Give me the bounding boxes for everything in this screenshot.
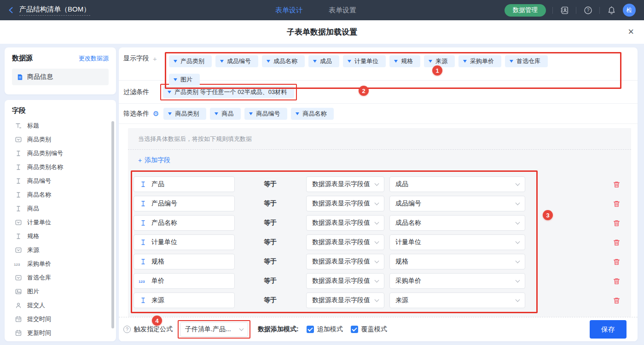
sidebar-field-label: 计量单位 bbox=[27, 218, 51, 227]
filter-label: 过滤条件 bbox=[123, 88, 149, 96]
source-field-value: 成品名称 bbox=[395, 219, 516, 227]
delete-rule-button[interactable] bbox=[613, 258, 621, 266]
chevron-down-icon bbox=[516, 278, 520, 282]
source-type-select[interactable]: 数据源表显示字段值 bbox=[306, 273, 384, 289]
chip-label: 产品类别 bbox=[180, 57, 204, 65]
target-field-input[interactable]: 来源 bbox=[133, 292, 235, 308]
mode-checkbox-group: 追加模式覆盖模式 bbox=[299, 325, 387, 333]
target-field-input[interactable]: 产品编号 bbox=[133, 196, 235, 211]
annotation-badge-2: 2 bbox=[359, 86, 369, 96]
caret-down-icon bbox=[168, 91, 171, 94]
formula-select[interactable]: 子件清单.产品... bbox=[180, 322, 248, 337]
sidebar-field-item[interactable]: 提交时间 bbox=[12, 312, 111, 326]
source-type-select[interactable]: 数据源表显示字段值 bbox=[306, 234, 384, 250]
source-type-select[interactable]: 数据源表显示字段值 bbox=[306, 292, 384, 308]
display-field-chip[interactable]: 成品 bbox=[308, 55, 339, 67]
chip-label: 图片 bbox=[180, 76, 192, 84]
target-field-input[interactable]: 123单价 bbox=[133, 273, 235, 289]
sidebar-scrollbar[interactable] bbox=[111, 121, 114, 328]
display-field-chip[interactable]: 成品编号 bbox=[215, 55, 258, 67]
select-field-icon bbox=[14, 136, 23, 143]
tab-form-design[interactable]: 表单设计 bbox=[275, 6, 303, 15]
delete-rule-button[interactable] bbox=[613, 297, 621, 304]
checkbox-checked-icon[interactable] bbox=[351, 326, 358, 333]
display-field-chip[interactable]: 规格 bbox=[389, 55, 420, 67]
target-field-input[interactable]: 规格 bbox=[133, 254, 235, 269]
source-field-select[interactable]: 计量单位 bbox=[389, 234, 525, 250]
help-icon[interactable]: ? bbox=[583, 5, 593, 15]
notification-bell-icon[interactable] bbox=[606, 5, 616, 15]
mode-checkbox-overwrite[interactable]: 覆盖模式 bbox=[351, 325, 387, 333]
sidebar-field-item[interactable]: 商品类别 bbox=[12, 133, 111, 146]
delete-rule-button[interactable] bbox=[613, 239, 621, 246]
plus-icon: + bbox=[138, 157, 142, 164]
add-field-link[interactable]: + 添加字段 bbox=[128, 150, 180, 171]
screen-filter-chip[interactable]: 商品编号 bbox=[244, 108, 287, 120]
display-field-chip[interactable]: 首选仓库 bbox=[505, 55, 548, 67]
source-type-select[interactable]: 数据源表显示字段值 bbox=[306, 196, 384, 211]
select-field-icon bbox=[14, 246, 23, 254]
display-field-chip[interactable]: 成品名称 bbox=[262, 55, 305, 67]
save-button[interactable]: 保存 bbox=[590, 320, 627, 339]
sidebar-field-item[interactable]: 更新时间 bbox=[12, 326, 111, 340]
sidebar-field-item[interactable]: 商品 bbox=[12, 202, 111, 216]
sidebar-field-item[interactable]: 规格 bbox=[12, 229, 111, 243]
source-field-select[interactable]: 采购单价 bbox=[389, 273, 525, 289]
source-field-select[interactable]: 成品编号 bbox=[389, 196, 525, 211]
source-field-select[interactable]: 成品名称 bbox=[389, 215, 525, 231]
screen-filter-chip[interactable]: 商品名称 bbox=[291, 108, 334, 120]
back-button[interactable] bbox=[7, 6, 15, 14]
source-type-select[interactable]: 数据源表显示字段值 bbox=[306, 215, 384, 231]
display-field-chip[interactable]: 计量单位 bbox=[343, 55, 386, 67]
sidebar-field-item[interactable]: 计量单位 bbox=[12, 216, 111, 229]
sidebar-field-item[interactable]: 首选仓库 bbox=[12, 271, 111, 285]
sidebar-field-item[interactable]: 标题 bbox=[12, 119, 111, 133]
source-field-select[interactable]: 成品 bbox=[389, 176, 525, 192]
delete-rule-button[interactable] bbox=[613, 181, 621, 188]
add-display-field-icon[interactable]: + bbox=[153, 55, 157, 63]
close-icon[interactable]: × bbox=[628, 27, 634, 37]
source-field-select[interactable]: 来源 bbox=[389, 292, 525, 308]
delete-rule-button[interactable] bbox=[613, 277, 621, 285]
target-field-input[interactable]: 计量单位 bbox=[133, 234, 235, 250]
display-field-chip[interactable]: 产品类别 bbox=[169, 55, 212, 67]
mode-checkbox-append[interactable]: 追加模式 bbox=[307, 325, 343, 333]
sidebar-field-item[interactable]: 提交人 bbox=[12, 298, 111, 312]
change-datasource-link[interactable]: 更改数据源 bbox=[79, 54, 109, 63]
top-navigation-bar: 产品结构清单（BOM） 表单设计表单设置 数据管理 ? 检 bbox=[0, 0, 644, 20]
source-type-select[interactable]: 数据源表显示字段值 bbox=[306, 254, 384, 269]
select-field-icon bbox=[14, 274, 23, 281]
delete-rule-button[interactable] bbox=[613, 219, 621, 227]
screen-filter-chip[interactable]: 商品类别 bbox=[163, 108, 206, 120]
sidebar-field-item[interactable]: 图片 bbox=[12, 285, 111, 298]
display-field-chip[interactable]: 采购单价 bbox=[458, 55, 501, 67]
sidebar-field-item[interactable]: 商品类别名称 bbox=[12, 160, 111, 174]
sidebar-field-item[interactable]: 商品名称 bbox=[12, 188, 111, 202]
svg-text:?: ? bbox=[586, 8, 589, 13]
screen-filter-row: 筛选条件 ⚙ 商品类别商品商品编号商品名称 bbox=[119, 104, 638, 124]
sidebar-field-item[interactable]: 123采购单价 bbox=[12, 257, 111, 271]
target-field-input[interactable]: 产品 bbox=[133, 176, 235, 192]
target-field-input[interactable]: 产品名称 bbox=[133, 215, 235, 231]
checkbox-checked-icon[interactable] bbox=[307, 326, 314, 333]
display-fields-label: 显示字段 bbox=[123, 54, 149, 63]
filter-label-wrap: 过滤条件 bbox=[123, 88, 160, 96]
data-manage-button[interactable]: 数据管理 bbox=[505, 4, 546, 17]
topbar-actions: 数据管理 ? 检 bbox=[505, 4, 644, 17]
source-type-select[interactable]: 数据源表显示字段值 bbox=[306, 176, 384, 192]
gear-icon[interactable]: ⚙ bbox=[153, 110, 159, 117]
tab-form-settings[interactable]: 表单设置 bbox=[329, 6, 356, 15]
user-avatar[interactable]: 检 bbox=[623, 4, 636, 17]
display-field-chip[interactable]: 图片 bbox=[169, 74, 200, 86]
contacts-icon[interactable] bbox=[559, 5, 569, 15]
formula-help-icon[interactable]: ? bbox=[123, 326, 131, 333]
datasource-item[interactable]: 商品信息 bbox=[12, 69, 109, 85]
sidebar-field-label: 商品 bbox=[27, 205, 39, 213]
sidebar-field-item[interactable]: 商品类别编号 bbox=[12, 146, 111, 160]
rules-hint-text: 当选择具体数据后，将按如下规则填充数据 bbox=[128, 128, 631, 150]
sidebar-field-item[interactable]: 商品编号 bbox=[12, 174, 111, 188]
sidebar-field-item[interactable]: 来源 bbox=[12, 243, 111, 257]
delete-rule-button[interactable] bbox=[613, 200, 621, 208]
screen-filter-chip[interactable]: 商品 bbox=[210, 108, 241, 120]
source-field-select[interactable]: 规格 bbox=[389, 254, 525, 269]
